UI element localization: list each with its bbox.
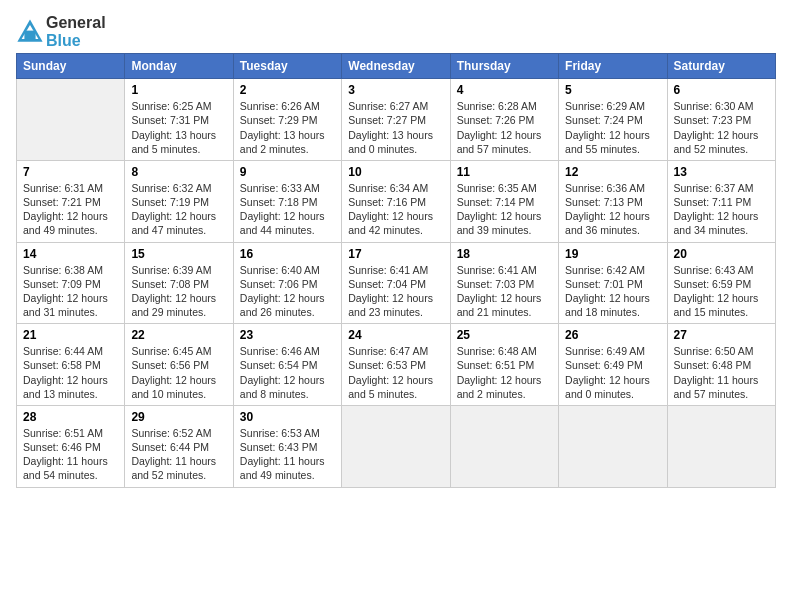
- cell-info: Sunrise: 6:41 AMSunset: 7:03 PMDaylight:…: [457, 264, 542, 319]
- week-row-3: 14Sunrise: 6:38 AMSunset: 7:09 PMDayligh…: [17, 242, 776, 324]
- date-number: 29: [131, 410, 226, 424]
- cell-info: Sunrise: 6:30 AMSunset: 7:23 PMDaylight:…: [674, 100, 759, 155]
- calendar-cell: 21Sunrise: 6:44 AMSunset: 6:58 PMDayligh…: [17, 324, 125, 406]
- calendar-cell: 24Sunrise: 6:47 AMSunset: 6:53 PMDayligh…: [342, 324, 450, 406]
- calendar-cell: 25Sunrise: 6:48 AMSunset: 6:51 PMDayligh…: [450, 324, 558, 406]
- date-number: 24: [348, 328, 443, 342]
- cell-info: Sunrise: 6:34 AMSunset: 7:16 PMDaylight:…: [348, 182, 433, 237]
- calendar-cell: 3Sunrise: 6:27 AMSunset: 7:27 PMDaylight…: [342, 79, 450, 161]
- calendar-cell: 12Sunrise: 6:36 AMSunset: 7:13 PMDayligh…: [559, 160, 667, 242]
- date-number: 18: [457, 247, 552, 261]
- calendar-cell: 19Sunrise: 6:42 AMSunset: 7:01 PMDayligh…: [559, 242, 667, 324]
- date-number: 23: [240, 328, 335, 342]
- calendar-cell: 11Sunrise: 6:35 AMSunset: 7:14 PMDayligh…: [450, 160, 558, 242]
- calendar-cell: 26Sunrise: 6:49 AMSunset: 6:49 PMDayligh…: [559, 324, 667, 406]
- week-row-4: 21Sunrise: 6:44 AMSunset: 6:58 PMDayligh…: [17, 324, 776, 406]
- calendar-cell: 13Sunrise: 6:37 AMSunset: 7:11 PMDayligh…: [667, 160, 775, 242]
- date-number: 2: [240, 83, 335, 97]
- cell-info: Sunrise: 6:38 AMSunset: 7:09 PMDaylight:…: [23, 264, 108, 319]
- svg-rect-2: [24, 30, 35, 38]
- logo-text: General Blue: [46, 14, 106, 49]
- calendar-cell: [667, 405, 775, 487]
- cell-info: Sunrise: 6:46 AMSunset: 6:54 PMDaylight:…: [240, 345, 325, 400]
- cell-info: Sunrise: 6:26 AMSunset: 7:29 PMDaylight:…: [240, 100, 325, 155]
- logo-icon: [16, 18, 44, 46]
- cell-info: Sunrise: 6:35 AMSunset: 7:14 PMDaylight:…: [457, 182, 542, 237]
- cell-info: Sunrise: 6:25 AMSunset: 7:31 PMDaylight:…: [131, 100, 216, 155]
- day-header-monday: Monday: [125, 54, 233, 79]
- date-number: 1: [131, 83, 226, 97]
- cell-info: Sunrise: 6:29 AMSunset: 7:24 PMDaylight:…: [565, 100, 650, 155]
- day-header-tuesday: Tuesday: [233, 54, 341, 79]
- date-number: 21: [23, 328, 118, 342]
- date-number: 11: [457, 165, 552, 179]
- calendar-cell: 23Sunrise: 6:46 AMSunset: 6:54 PMDayligh…: [233, 324, 341, 406]
- calendar-cell: 7Sunrise: 6:31 AMSunset: 7:21 PMDaylight…: [17, 160, 125, 242]
- cell-info: Sunrise: 6:50 AMSunset: 6:48 PMDaylight:…: [674, 345, 759, 400]
- calendar-cell: 30Sunrise: 6:53 AMSunset: 6:43 PMDayligh…: [233, 405, 341, 487]
- cell-info: Sunrise: 6:27 AMSunset: 7:27 PMDaylight:…: [348, 100, 433, 155]
- calendar-cell: 6Sunrise: 6:30 AMSunset: 7:23 PMDaylight…: [667, 79, 775, 161]
- date-number: 13: [674, 165, 769, 179]
- day-header-sunday: Sunday: [17, 54, 125, 79]
- cell-info: Sunrise: 6:49 AMSunset: 6:49 PMDaylight:…: [565, 345, 650, 400]
- cell-info: Sunrise: 6:39 AMSunset: 7:08 PMDaylight:…: [131, 264, 216, 319]
- calendar-cell: 4Sunrise: 6:28 AMSunset: 7:26 PMDaylight…: [450, 79, 558, 161]
- cell-info: Sunrise: 6:31 AMSunset: 7:21 PMDaylight:…: [23, 182, 108, 237]
- date-number: 10: [348, 165, 443, 179]
- calendar-cell: 14Sunrise: 6:38 AMSunset: 7:09 PMDayligh…: [17, 242, 125, 324]
- date-number: 16: [240, 247, 335, 261]
- calendar-cell: 29Sunrise: 6:52 AMSunset: 6:44 PMDayligh…: [125, 405, 233, 487]
- cell-info: Sunrise: 6:28 AMSunset: 7:26 PMDaylight:…: [457, 100, 542, 155]
- calendar-header: SundayMondayTuesdayWednesdayThursdayFrid…: [17, 54, 776, 79]
- date-number: 6: [674, 83, 769, 97]
- date-number: 19: [565, 247, 660, 261]
- date-number: 28: [23, 410, 118, 424]
- date-number: 12: [565, 165, 660, 179]
- cell-info: Sunrise: 6:51 AMSunset: 6:46 PMDaylight:…: [23, 427, 108, 482]
- calendar-cell: [450, 405, 558, 487]
- calendar-body: 1Sunrise: 6:25 AMSunset: 7:31 PMDaylight…: [17, 79, 776, 487]
- logo: General Blue: [16, 14, 106, 49]
- cell-info: Sunrise: 6:43 AMSunset: 6:59 PMDaylight:…: [674, 264, 759, 319]
- cell-info: Sunrise: 6:48 AMSunset: 6:51 PMDaylight:…: [457, 345, 542, 400]
- date-number: 20: [674, 247, 769, 261]
- date-number: 4: [457, 83, 552, 97]
- calendar-cell: 18Sunrise: 6:41 AMSunset: 7:03 PMDayligh…: [450, 242, 558, 324]
- calendar-cell: 15Sunrise: 6:39 AMSunset: 7:08 PMDayligh…: [125, 242, 233, 324]
- date-number: 22: [131, 328, 226, 342]
- calendar-cell: [342, 405, 450, 487]
- header: General Blue: [16, 10, 776, 49]
- date-number: 8: [131, 165, 226, 179]
- cell-info: Sunrise: 6:53 AMSunset: 6:43 PMDaylight:…: [240, 427, 325, 482]
- calendar-cell: 8Sunrise: 6:32 AMSunset: 7:19 PMDaylight…: [125, 160, 233, 242]
- calendar-cell: 16Sunrise: 6:40 AMSunset: 7:06 PMDayligh…: [233, 242, 341, 324]
- date-number: 26: [565, 328, 660, 342]
- cell-info: Sunrise: 6:47 AMSunset: 6:53 PMDaylight:…: [348, 345, 433, 400]
- week-row-2: 7Sunrise: 6:31 AMSunset: 7:21 PMDaylight…: [17, 160, 776, 242]
- cell-info: Sunrise: 6:41 AMSunset: 7:04 PMDaylight:…: [348, 264, 433, 319]
- day-header-wednesday: Wednesday: [342, 54, 450, 79]
- week-row-5: 28Sunrise: 6:51 AMSunset: 6:46 PMDayligh…: [17, 405, 776, 487]
- calendar-cell: 20Sunrise: 6:43 AMSunset: 6:59 PMDayligh…: [667, 242, 775, 324]
- calendar-cell: [559, 405, 667, 487]
- date-number: 7: [23, 165, 118, 179]
- calendar-cell: 28Sunrise: 6:51 AMSunset: 6:46 PMDayligh…: [17, 405, 125, 487]
- calendar-cell: [17, 79, 125, 161]
- cell-info: Sunrise: 6:52 AMSunset: 6:44 PMDaylight:…: [131, 427, 216, 482]
- cell-info: Sunrise: 6:42 AMSunset: 7:01 PMDaylight:…: [565, 264, 650, 319]
- calendar-cell: 1Sunrise: 6:25 AMSunset: 7:31 PMDaylight…: [125, 79, 233, 161]
- page-container: General Blue SundayMondayTuesdayWednesda…: [0, 0, 792, 498]
- day-header-saturday: Saturday: [667, 54, 775, 79]
- date-number: 5: [565, 83, 660, 97]
- week-row-1: 1Sunrise: 6:25 AMSunset: 7:31 PMDaylight…: [17, 79, 776, 161]
- calendar-table: SundayMondayTuesdayWednesdayThursdayFrid…: [16, 53, 776, 487]
- date-number: 14: [23, 247, 118, 261]
- calendar-cell: 10Sunrise: 6:34 AMSunset: 7:16 PMDayligh…: [342, 160, 450, 242]
- calendar-cell: 27Sunrise: 6:50 AMSunset: 6:48 PMDayligh…: [667, 324, 775, 406]
- date-number: 15: [131, 247, 226, 261]
- date-number: 30: [240, 410, 335, 424]
- cell-info: Sunrise: 6:36 AMSunset: 7:13 PMDaylight:…: [565, 182, 650, 237]
- date-number: 25: [457, 328, 552, 342]
- cell-info: Sunrise: 6:40 AMSunset: 7:06 PMDaylight:…: [240, 264, 325, 319]
